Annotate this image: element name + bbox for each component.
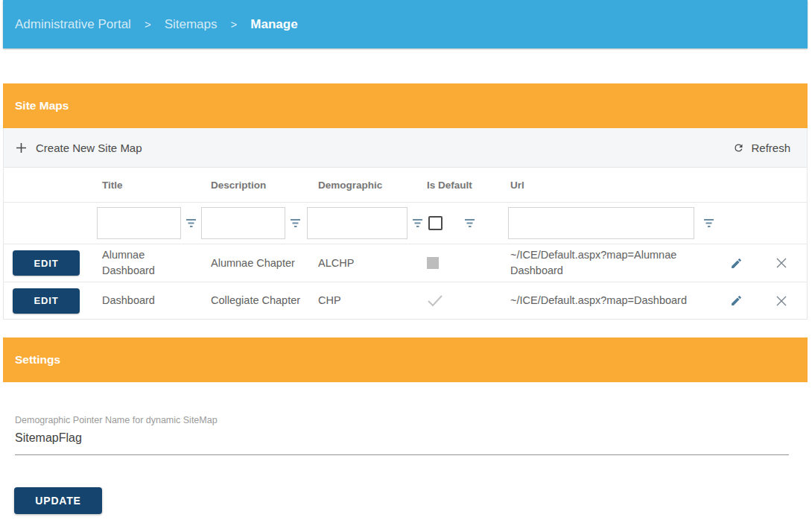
- cell-demographic: ALCHP: [318, 256, 354, 271]
- refresh-icon: [733, 142, 744, 153]
- cell-description: Alumnae Chapter: [211, 256, 295, 271]
- filter-input-url[interactable]: [508, 207, 694, 239]
- edit-button[interactable]: EDIT: [13, 288, 80, 314]
- create-new-site-map-label: Create New Site Map: [36, 142, 142, 154]
- refresh-label: Refresh: [751, 142, 790, 154]
- breadcrumb-separator-icon: >: [231, 18, 238, 31]
- column-header-title[interactable]: Title: [97, 180, 201, 191]
- cell-demographic: CHP: [318, 293, 341, 308]
- edit-pencil-icon[interactable]: [730, 294, 743, 307]
- filter-input-title[interactable]: [97, 207, 181, 239]
- delete-x-icon[interactable]: [775, 295, 787, 307]
- filter-input-description[interactable]: [201, 207, 285, 239]
- site-maps-panel-header: Site Maps: [3, 83, 808, 128]
- grid-filter-row: [4, 203, 807, 244]
- plus-icon: [16, 142, 27, 153]
- filter-icon[interactable]: [185, 218, 197, 228]
- edit-button[interactable]: EDIT: [13, 250, 80, 276]
- create-new-site-map-button[interactable]: Create New Site Map: [16, 142, 142, 154]
- column-header-url[interactable]: Url: [504, 180, 716, 191]
- table-row: EDIT Alumnae Dashboard Alumnae Chapter A…: [4, 244, 807, 282]
- cell-title: Alumnae Dashboard: [102, 247, 201, 279]
- cell-description: Collegiate Chapter: [211, 293, 300, 308]
- checkmark-icon: [427, 294, 443, 307]
- cell-url: ~/ICE/Default.aspx?map=Dashboard: [510, 293, 711, 308]
- column-header-is-default[interactable]: Is Default: [416, 180, 504, 191]
- column-header-description[interactable]: Description: [201, 180, 307, 191]
- unchecked-square-icon: [427, 257, 439, 269]
- demographic-pointer-label: Demographic Pointer Name for dynamic Sit…: [15, 415, 793, 425]
- filter-checkbox-is-default[interactable]: [428, 216, 443, 230]
- breadcrumb-item-admin-portal[interactable]: Administrative Portal: [15, 17, 131, 32]
- breadcrumb-separator-icon: >: [145, 18, 151, 31]
- grid-toolbar: Create New Site Map Refresh: [4, 128, 807, 168]
- filter-input-demographic[interactable]: [307, 207, 407, 239]
- settings-body: Demographic Pointer Name for dynamic Sit…: [3, 382, 808, 514]
- is-default-indicator: [427, 294, 443, 307]
- breadcrumb-item-sitemaps[interactable]: Sitemaps: [165, 17, 218, 32]
- update-button[interactable]: UPDATE: [14, 487, 102, 514]
- breadcrumb-item-manage: Manage: [250, 17, 297, 32]
- refresh-button[interactable]: Refresh: [733, 142, 790, 154]
- site-maps-grid: Create New Site Map Refresh Title Descri…: [3, 128, 808, 320]
- breadcrumb: Administrative Portal > Sitemaps > Manag…: [3, 0, 808, 48]
- column-header-demographic[interactable]: Demographic: [307, 180, 416, 191]
- cell-url: ~/ICE/Default.aspx?map=Alumnae Dashboard: [510, 247, 716, 279]
- table-row: EDIT Dashboard Collegiate Chapter CHP ~/…: [4, 282, 807, 319]
- site-maps-title: Site Maps: [15, 99, 69, 112]
- demographic-pointer-input[interactable]: [15, 431, 789, 445]
- grid-header-row: Title Description Demographic Is Default…: [4, 168, 807, 203]
- filter-icon[interactable]: [290, 218, 301, 228]
- settings-panel-header: Settings: [3, 337, 808, 382]
- delete-x-icon[interactable]: [775, 257, 787, 269]
- filter-icon[interactable]: [464, 218, 475, 228]
- cell-title: Dashboard: [102, 293, 174, 308]
- is-default-indicator: [427, 257, 439, 269]
- filter-icon[interactable]: [703, 218, 714, 228]
- settings-title: Settings: [15, 353, 60, 367]
- edit-pencil-icon[interactable]: [730, 257, 743, 270]
